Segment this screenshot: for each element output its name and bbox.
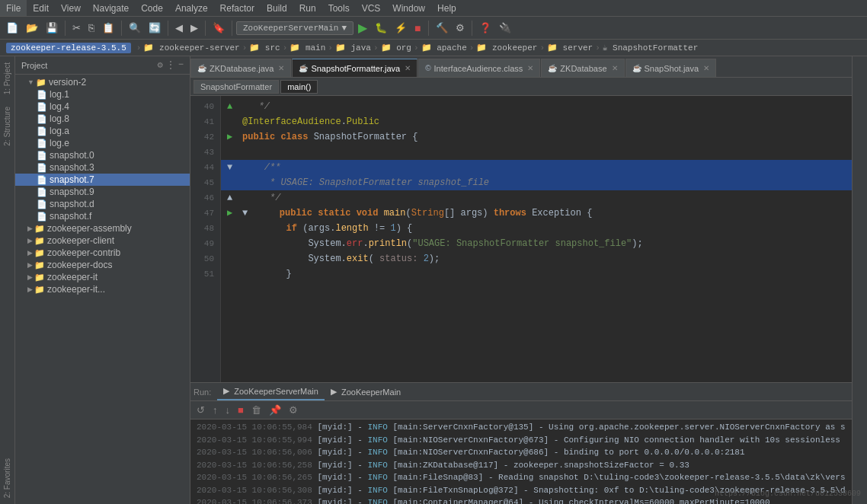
tree-item-snapshot-3[interactable]: 📄 snapshot.3 [15, 161, 190, 174]
code-line-46[interactable]: ▲ */ [221, 190, 852, 206]
run-button[interactable]: ▶ [355, 19, 370, 37]
code-line-42[interactable]: ▶ public class SnapshotFormatter { [221, 129, 852, 145]
tree-item-zookeeper-client[interactable]: ▶📁 zookeeper-client [15, 234, 190, 247]
breadcrumb-apache[interactable]: 📁 apache [421, 43, 467, 53]
bottom-tab-zkmain[interactable]: ▶ ZooKeeperMain [325, 383, 407, 400]
code-line-40[interactable]: ▲ */ [221, 99, 852, 114]
tree-item-zookeeper-it---[interactable]: ▶📁 zookeeper-it... [15, 283, 190, 295]
coverage-btn[interactable]: ⚡ [392, 19, 410, 37]
open-btn[interactable]: 📂 [23, 19, 41, 37]
tree-item-zookeeper-it[interactable]: ▶📁 zookeeper-it [15, 271, 190, 283]
clear-btn[interactable]: 🗑 [248, 403, 264, 417]
save-btn[interactable]: 💾 [43, 19, 61, 37]
menu-file[interactable]: File [0, 0, 27, 16]
build-btn[interactable]: 🔨 [433, 19, 451, 37]
tab-snapshotformatter[interactable]: ☕ SnapshotFormatter.java ✕ [292, 59, 418, 77]
breadcrumb-org[interactable]: 📁 org [381, 43, 411, 53]
breadcrumb-src[interactable]: 📁 src [249, 43, 280, 53]
tab-zkdatabase2-close[interactable]: ✕ [612, 64, 618, 72]
tab-interfaceaudience[interactable]: © InterfaceAudience.class ✕ [418, 59, 540, 77]
tree-item-log-8[interactable]: 📄 log.8 [15, 113, 190, 125]
debug-btn[interactable]: 🐛 [372, 19, 390, 37]
tree-item-snapshot-d[interactable]: 📄 snapshot.d [15, 198, 190, 210]
code-lines[interactable]: ▲ */ @InterfaceAudience.Public ▶ public … [221, 96, 852, 382]
collapse-icon[interactable]: − [178, 59, 184, 71]
menu-refactor[interactable]: Refactor [214, 0, 261, 16]
plugins-btn[interactable]: 🔌 [496, 19, 514, 37]
tree-item-log-4[interactable]: 📄 log.4 [15, 100, 190, 113]
menu-build[interactable]: Build [261, 0, 293, 16]
gear-icon[interactable]: ⋮ [166, 59, 175, 71]
project-tab[interactable]: 1: Project [2, 56, 13, 100]
menu-code[interactable]: Code [135, 0, 169, 16]
breadcrumb-server[interactable]: 📁 server [547, 43, 593, 53]
code-line-51[interactable]: } [221, 266, 852, 282]
sync-icon[interactable]: ⚙ [158, 59, 163, 71]
tree-item-version-2[interactable]: ▼📁 version-2 [15, 76, 190, 88]
method-tab-class[interactable]: SnapshotFormatter [194, 80, 279, 94]
cut-btn[interactable]: ✂ [69, 19, 84, 37]
tree-item-log-a[interactable]: 📄 log.a [15, 125, 190, 137]
tab-snapshot-close[interactable]: ✕ [703, 64, 709, 72]
back-btn[interactable]: ◀ [172, 19, 186, 37]
breadcrumb-main[interactable]: 📁 main [290, 43, 325, 53]
bookmark-btn[interactable]: 🔖 [210, 19, 228, 37]
menu-tools[interactable]: Tools [322, 0, 356, 16]
run-config-dropdown[interactable]: ZooKeeperServerMain ▼ [236, 21, 354, 35]
menu-help[interactable]: Help [431, 0, 462, 16]
tab-snapshot[interactable]: ☕ SnapShot.java ✕ [625, 59, 717, 77]
favorites-tab[interactable]: 2: Favorites [2, 452, 13, 504]
paste-btn[interactable]: 📋 [99, 19, 117, 37]
breadcrumb-zookeeper-server[interactable]: 📁 zookeeper-server [143, 43, 239, 53]
tab-interfaceaudience-close[interactable]: ✕ [527, 64, 533, 72]
menu-analyze[interactable]: Analyze [169, 0, 214, 16]
settings-btn[interactable]: ⚙ [453, 19, 468, 37]
tab-zkdatabase-close[interactable]: ✕ [278, 64, 284, 72]
tab-zkdatabase2[interactable]: ☕ ZKDatabase ✕ [541, 59, 624, 77]
code-line-49[interactable]: System.err.println("USAGE: SnapshotForma… [221, 236, 852, 251]
breadcrumb-java[interactable]: 📁 java [335, 43, 371, 53]
right-tab-placeholder[interactable] [859, 56, 862, 69]
search-btn[interactable]: 🔍 [126, 19, 144, 37]
tab-snapshotformatter-close[interactable]: ✕ [405, 64, 411, 72]
scroll-up-btn[interactable]: ↑ [210, 403, 221, 417]
scroll-down-btn[interactable]: ↓ [222, 403, 234, 417]
tree-item-log-1[interactable]: 📄 log.1 [15, 88, 190, 100]
help-btn[interactable]: ❓ [476, 19, 494, 37]
tree-item-zookeeper-contrib[interactable]: ▶📁 zookeeper-contrib [15, 247, 190, 259]
tree-item-log-e[interactable]: 📄 log.e [15, 137, 190, 149]
breadcrumb-root[interactable]: zookeeper-release-3.5.5 [6, 43, 131, 53]
tab-zkdatabase[interactable]: ☕ ZKDatabase.java ✕ [190, 59, 291, 77]
tree-item-snapshot-0[interactable]: 📄 snapshot.0 [15, 149, 190, 161]
copy-btn[interactable]: ⎘ [85, 19, 98, 37]
menu-run[interactable]: Run [293, 0, 322, 16]
menu-vcs[interactable]: VCS [356, 0, 387, 16]
forward-btn[interactable]: ▶ [187, 19, 201, 37]
code-line-47[interactable]: ▶ ▼ public static void main(String[] arg… [221, 206, 852, 221]
breadcrumb-snapshotformatter[interactable]: ☕ SnapshotFormatter [603, 43, 698, 53]
code-line-44[interactable]: ▼ /** [221, 160, 852, 175]
menu-navigate[interactable]: Navigate [87, 0, 135, 16]
restart-btn[interactable]: ↺ [194, 403, 208, 417]
menu-view[interactable]: View [55, 0, 87, 16]
tree-item-snapshot-9[interactable]: 📄 snapshot.9 [15, 186, 190, 198]
breadcrumb-zookeeper[interactable]: 📁 zookeeper [476, 43, 537, 53]
stop-button[interactable]: ■ [411, 19, 424, 37]
code-line-50[interactable]: System.exit( status: 2); [221, 251, 852, 266]
code-line-48[interactable]: if (args.length != 1) { [221, 221, 852, 236]
replace-btn[interactable]: 🔄 [146, 19, 164, 37]
tree-item-zookeeper-docs[interactable]: ▶📁 zookeeper-docs [15, 259, 190, 271]
code-line-45[interactable]: * USAGE: SnapshotFormatter snapshot_file [221, 175, 852, 190]
settings-run-btn[interactable]: ⚙ [286, 403, 301, 417]
code-line-41[interactable]: @InterfaceAudience.Public [221, 114, 852, 129]
pin-btn[interactable]: 📌 [266, 403, 284, 417]
tree-item-zookeeper-assembly[interactable]: ▶📁 zookeeper-assembly [15, 222, 190, 234]
menu-window[interactable]: Window [386, 0, 431, 16]
tree-item-snapshot-f[interactable]: 📄 snapshot.f [15, 210, 190, 222]
new-file-btn[interactable]: 📄 [3, 19, 21, 37]
bottom-tab-zkservermain[interactable]: ▶ ZooKeeperServerMain [217, 383, 325, 400]
stop-run-btn[interactable]: ■ [235, 403, 247, 417]
tree-item-snapshot-7[interactable]: 📄 snapshot.7 [15, 174, 190, 186]
menu-edit[interactable]: Edit [27, 0, 55, 16]
code-line-43[interactable] [221, 145, 852, 160]
